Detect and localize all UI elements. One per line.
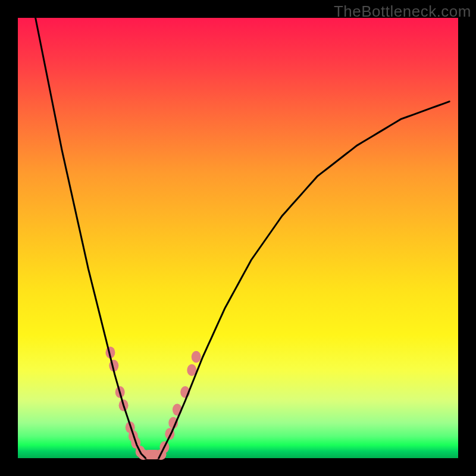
plot-area: [18, 18, 458, 458]
chart-frame: TheBottleneck.com: [0, 0, 476, 476]
curve-left: [36, 18, 146, 458]
marker-dot: [192, 351, 201, 363]
curve-right: [159, 102, 449, 458]
watermark-text: TheBottleneck.com: [334, 2, 471, 21]
marker-group-right: [159, 351, 201, 453]
chart-overlay: [18, 18, 458, 458]
